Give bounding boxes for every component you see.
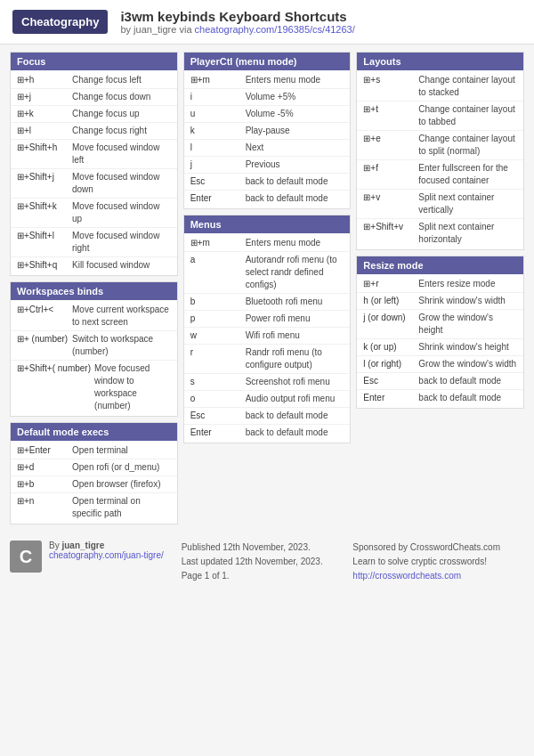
shortcut-row: Enterback to default mode [357, 390, 523, 406]
header: Cheatography i3wm keybinds Keyboard Shor… [0, 0, 534, 45]
shortcut-key: ⊞+h [17, 74, 72, 86]
shortcut-key: ⊞+Enter [17, 444, 72, 457]
shortcut-key: Enter [363, 392, 418, 404]
shortcut-row: j (or down)Grow the window's height [357, 310, 523, 339]
shortcut-key: Esc [190, 175, 246, 188]
section-header-playerctl-menu: PlayerCtl (menu mode) [184, 53, 351, 70]
footer: C By juan_tigre cheatography.com/juan-ti… [0, 533, 534, 590]
shortcut-desc: Enters menu mode [246, 237, 344, 249]
shortcut-row: ⊞+EnterOpen terminal [11, 443, 177, 459]
footer-center: Published 12th November, 2023. Last upda… [182, 541, 353, 583]
shortcut-desc: Change focus up [72, 108, 171, 120]
shortcut-key: ⊞+ (number) [17, 333, 72, 345]
column-0: Focus⊞+hChange focus left⊞+jChange focus… [7, 52, 181, 524]
column-2: Layouts⊞+sChange container layout to sta… [353, 52, 527, 524]
shortcut-key: ⊞+f [363, 162, 418, 175]
shortcut-row: pPower rofi menu [184, 311, 351, 328]
shortcut-key: Esc [190, 410, 246, 422]
footer-right: Sponsored by CrosswordCheats.com Learn t… [352, 541, 524, 583]
shortcut-desc: Open terminal [72, 444, 171, 457]
shortcut-desc: Move focused window down [72, 171, 171, 196]
shortcut-desc: Next [246, 142, 344, 154]
page-number: Page 1 of 1. [182, 569, 353, 583]
shortcut-row: ⊞+rEnters resize mode [357, 276, 523, 293]
shortcut-key: ⊞+Shift+q [17, 259, 72, 272]
shortcut-desc: back to default mode [246, 192, 344, 205]
shortcut-key: k [190, 125, 246, 137]
shortcut-row: ⊞+lChange focus right [11, 123, 177, 140]
shortcut-row: ⊞+dOpen rofi (or d_menu) [11, 459, 177, 476]
shortcut-desc: Autorandr rofi menu (to select randr def… [246, 254, 344, 291]
shortcut-key: ⊞+Shift+k [17, 200, 72, 213]
shortcut-key: ⊞+Ctrl+< [17, 304, 72, 316]
cheatography-link[interactable]: cheatography.com/196385/cs/41263/ [195, 24, 355, 35]
shortcut-desc: Change focus down [72, 91, 171, 103]
shortcut-desc: Previous [246, 159, 344, 171]
shortcut-key: a [190, 254, 246, 266]
shortcut-key: s [190, 376, 246, 388]
updated-date: Last updated 12th November, 2023. [182, 555, 353, 569]
shortcut-key: ⊞+e [363, 133, 418, 145]
shortcut-desc: Change focus right [72, 125, 171, 137]
author-label: By juan_tigre [49, 541, 164, 550]
author-link[interactable]: cheatography.com/juan-tigre/ [49, 550, 164, 560]
shortcut-row: ⊞+Shift+qKill focused window [11, 257, 177, 273]
shortcut-row: kPlay-pause [184, 123, 351, 140]
section-header-resize: Resize mode [357, 256, 523, 274]
shortcut-row: h (or left)Shrink window's width [357, 293, 523, 310]
shortcut-row: Escback to default mode [184, 174, 351, 191]
section-body-resize: ⊞+rEnters resize modeh (or left)Shrink w… [357, 274, 523, 408]
main-content: Focus⊞+hChange focus left⊞+jChange focus… [0, 45, 534, 532]
shortcut-desc: Wifi rofi menu [246, 329, 344, 342]
page-title: i3wm keybinds Keyboard Shortcuts [120, 9, 354, 24]
shortcut-desc: Screenshot rofi menu [246, 376, 344, 388]
shortcut-desc: back to default mode [246, 410, 344, 422]
shortcut-desc: Audio output rofi menu [246, 393, 344, 405]
shortcut-row: iVolume +5% [184, 89, 351, 106]
shortcut-desc: Split next container horizontaly [418, 221, 517, 246]
shortcut-key: j [190, 159, 246, 171]
shortcut-key: w [190, 329, 246, 342]
shortcut-desc: Bluetooth rofi menu [246, 296, 344, 308]
shortcut-desc: Shrink window's height [418, 341, 517, 354]
section-layouts: Layouts⊞+sChange container layout to sta… [356, 52, 524, 250]
sponsor-sub: Learn to solve cryptic crosswords! [352, 555, 524, 569]
logo: Cheatography [12, 10, 108, 34]
shortcut-key: ⊞+m [190, 237, 246, 249]
shortcut-key: ⊞+Shift+h [17, 142, 72, 154]
shortcut-row: ⊞+ (number)Switch to workspace (number) [11, 331, 177, 361]
shortcut-key: ⊞+s [363, 74, 418, 86]
section-menus: Menus⊞+mEnters menu modeaAutorandr rofi … [183, 215, 352, 443]
shortcut-row: jPrevious [184, 157, 351, 174]
shortcut-desc: Volume +5% [246, 91, 344, 103]
shortcut-row: sScreenshot rofi menu [184, 374, 351, 391]
shortcut-desc: Open terminal on specific path [72, 495, 171, 520]
avatar: C [10, 541, 42, 573]
shortcut-row: k (or up)Shrink window's height [357, 339, 523, 356]
shortcut-key: ⊞+Shift+( number) [17, 362, 94, 375]
shortcut-row: ⊞+sChange container layout to stacked [357, 72, 523, 102]
shortcut-desc: Change container layout to tabbed [418, 103, 517, 128]
sponsor-link[interactable]: http://crosswordcheats.com [352, 571, 461, 581]
shortcut-desc: Enters resize mode [418, 278, 517, 290]
shortcut-key: ⊞+Shift+j [17, 171, 72, 183]
shortcut-desc: Change container layout to split (normal… [418, 133, 517, 158]
shortcut-key: l [190, 142, 246, 154]
shortcut-desc: Volume -5% [246, 108, 344, 120]
shortcut-key: ⊞+b [17, 478, 72, 491]
shortcut-desc: back to default mode [418, 392, 517, 404]
shortcut-key: Enter [190, 192, 246, 205]
shortcut-row: ⊞+Ctrl+<Move current workspace to next s… [11, 302, 177, 331]
shortcut-row: bBluetooth rofi menu [184, 294, 351, 311]
shortcut-row: ⊞+hChange focus left [11, 72, 177, 89]
shortcut-desc: Power rofi menu [246, 313, 344, 325]
shortcut-desc: Enter fullscreen for the focused contain… [418, 162, 517, 187]
shortcut-row: ⊞+Shift+kMove focused window up [11, 199, 177, 228]
shortcut-desc: Kill focused window [72, 259, 171, 272]
shortcut-row: ⊞+Shift+jMove focused window down [11, 169, 177, 199]
section-body-menus: ⊞+mEnters menu modeaAutorandr rofi menu … [184, 233, 351, 443]
page-subtitle: by juan_tigre via cheatography.com/19638… [120, 24, 354, 35]
shortcut-desc: Move focused window up [72, 200, 171, 225]
shortcut-row: lNext [184, 140, 351, 157]
section-header-menus: Menus [184, 215, 351, 233]
